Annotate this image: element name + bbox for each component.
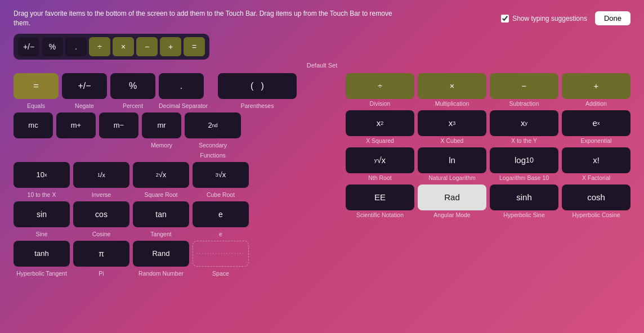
done-button[interactable]: Done xyxy=(595,11,630,25)
xtoy-button[interactable]: xy xyxy=(490,110,558,136)
secondary-label: SecondaryFunctions xyxy=(185,140,241,160)
parentheses-label: Parentheses xyxy=(218,100,297,110)
cos-label: Cosine xyxy=(73,228,129,238)
nthroot-button[interactable]: y√x xyxy=(346,147,414,173)
e-label: e xyxy=(193,228,249,238)
ds-percent[interactable]: % xyxy=(42,37,63,56)
cosh-label: Hyperbolic Cosine xyxy=(562,212,630,218)
powers-row: x2 x3 xy ex X Squared X Cubed X to the Y… xyxy=(346,110,630,144)
negate-button[interactable]: +/− xyxy=(62,73,107,99)
row2: mc m+ m− mr 2nd Memory SecondaryFunction… xyxy=(14,112,329,160)
multiplication-button[interactable]: × xyxy=(418,73,486,99)
ee-label: Scientific Notation xyxy=(346,212,414,218)
10x-button[interactable]: 10x xyxy=(14,162,70,188)
row5: tanh π Rand ·················· Hyperboli… xyxy=(14,241,329,278)
ds-subtract[interactable]: − xyxy=(136,37,158,56)
default-set-label: Default Set xyxy=(14,62,630,69)
cbrt-button[interactable]: 3√x xyxy=(193,162,249,188)
ds-decimal[interactable]: . xyxy=(65,37,87,56)
10x-label: 10 to the X xyxy=(14,189,70,199)
subtraction-button[interactable]: − xyxy=(490,73,558,99)
sqrt-label: Square Root xyxy=(133,189,189,199)
log10-label: Logarithm Base 10 xyxy=(490,174,558,181)
ln-button[interactable]: ln xyxy=(418,147,486,173)
rand-button[interactable]: Rand xyxy=(133,241,189,267)
ex-button[interactable]: ex xyxy=(562,110,630,136)
e-button[interactable]: e xyxy=(193,201,249,227)
xsquared-button[interactable]: x2 xyxy=(346,110,414,136)
rad-label: Angular Mode xyxy=(418,212,486,218)
content-area: +/− % . ÷ × − + = Default Set = +/− % . xyxy=(0,34,644,286)
ln-label: Natural Logarithm xyxy=(418,174,486,181)
space-label: Space xyxy=(193,268,249,278)
default-set-buttons: +/− % . ÷ × − + = xyxy=(14,34,209,60)
equals-label: Equals xyxy=(14,100,59,110)
log10-button[interactable]: log10 xyxy=(490,147,558,173)
sqrt-button[interactable]: 2√x xyxy=(133,162,189,188)
xfactorial-label: X Factorial xyxy=(562,174,630,181)
instruction-text: Drag your favorite items to the bottom o… xyxy=(14,9,396,28)
ops-row: ÷ × − + Division Multiplication Subtract… xyxy=(346,73,630,107)
main-grid: = +/− % . Equals Negate Percent Decimal … xyxy=(14,73,630,280)
row1-labels: Equals Negate Percent Decimal Separator xyxy=(14,100,208,110)
xtoy-label: X to the Y xyxy=(490,137,558,144)
secondary-button[interactable]: 2nd xyxy=(185,112,241,138)
left-column: = +/− % . Equals Negate Percent Decimal … xyxy=(14,73,329,280)
multiplication-label: Multiplication xyxy=(418,100,486,107)
xsquared-label: X Squared xyxy=(346,137,414,144)
sin-label: Sine xyxy=(14,228,70,238)
xfactorial-button[interactable]: x! xyxy=(562,147,630,173)
addition-button[interactable]: + xyxy=(562,73,630,99)
equals-button[interactable]: = xyxy=(14,73,59,99)
inverse-button[interactable]: 1/x xyxy=(73,162,129,188)
mr-button[interactable]: mr xyxy=(142,112,181,138)
row3: 10x 1/x 2√x 3√x 10 to the X Inverse Squa… xyxy=(14,162,329,199)
tan-label: Tangent xyxy=(133,228,189,238)
row4: sin cos tan e Sine Cosine Tangent e xyxy=(14,201,329,238)
show-typing-checkbox[interactable] xyxy=(501,15,509,22)
nthroot-label: Nth Root xyxy=(346,174,414,181)
ds-add[interactable]: + xyxy=(160,37,181,56)
decimal-button[interactable]: . xyxy=(159,73,204,99)
ds-equals[interactable]: = xyxy=(184,37,205,56)
sin-button[interactable]: sin xyxy=(14,201,70,227)
sinh-button[interactable]: sinh xyxy=(490,184,558,210)
ds-negate[interactable]: +/− xyxy=(18,37,39,56)
ds-divide[interactable]: ÷ xyxy=(89,37,110,56)
right-column: ÷ × − + Division Multiplication Subtract… xyxy=(346,73,630,280)
memory-label: Memory xyxy=(142,140,181,160)
percent-label: Percent xyxy=(110,100,155,110)
default-set-section: +/− % . ÷ × − + = Default Set xyxy=(14,34,630,69)
mplus-button[interactable]: m+ xyxy=(56,112,96,138)
show-typing-label[interactable]: Show typing suggestions xyxy=(501,15,587,22)
tanh-button[interactable]: tanh xyxy=(14,241,70,267)
cosh-button[interactable]: cosh xyxy=(562,184,630,210)
ex-label: Exponential xyxy=(562,137,630,144)
addition-label: Addition xyxy=(562,100,630,107)
row1-buttons: = +/− % . xyxy=(14,73,208,99)
space-button[interactable]: ·················· xyxy=(193,241,249,267)
xcubed-button[interactable]: x3 xyxy=(418,110,486,136)
inverse-label: Inverse xyxy=(73,189,129,199)
tanh-label: Hyperbolic Tangent xyxy=(14,268,70,278)
row1-left: = +/− % . Equals Negate Percent Decimal … xyxy=(14,73,208,112)
hyp-row: EE Rad sinh cosh Scientific Notation Ang… xyxy=(346,184,630,218)
top-right-controls: Show typing suggestions Done xyxy=(501,11,630,25)
row1-right: ( ) Parentheses xyxy=(218,73,297,112)
top-bar: Drag your favorite items to the bottom o… xyxy=(0,0,644,34)
xcubed-label: X Cubed xyxy=(418,137,486,144)
rad-button[interactable]: Rad xyxy=(418,184,486,210)
pi-button[interactable]: π xyxy=(73,241,129,267)
ds-multiply[interactable]: × xyxy=(113,37,134,56)
negate-label: Negate xyxy=(62,100,107,110)
decimal-label: Decimal Separator xyxy=(159,100,208,110)
tan-button[interactable]: tan xyxy=(133,201,189,227)
ee-button[interactable]: EE xyxy=(346,184,414,210)
division-button[interactable]: ÷ xyxy=(346,73,414,99)
division-label: Division xyxy=(346,100,414,107)
cos-button[interactable]: cos xyxy=(73,201,129,227)
mc-button[interactable]: mc xyxy=(14,112,53,138)
percent-button[interactable]: % xyxy=(110,73,155,99)
mminus-button[interactable]: m− xyxy=(99,112,138,138)
parentheses-button[interactable]: ( ) xyxy=(218,73,297,99)
